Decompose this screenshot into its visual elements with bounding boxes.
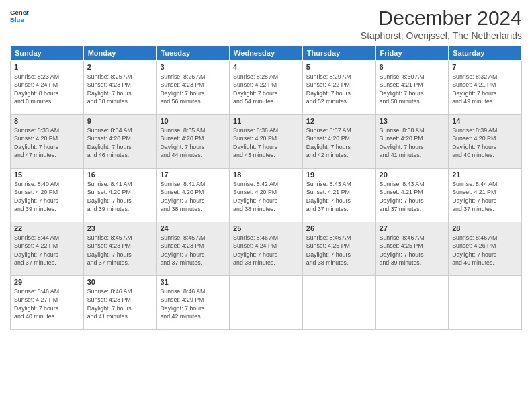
calendar-cell: 3Sunrise: 8:26 AMSunset: 4:23 PMDaylight… bbox=[157, 61, 230, 115]
day-info: Sunrise: 8:29 AMSunset: 4:22 PMDaylight:… bbox=[306, 73, 372, 105]
sunrise-label: Sunrise: 8:43 AM bbox=[306, 181, 351, 187]
daylight-label: Daylight: 7 hours bbox=[160, 90, 204, 97]
daylight-minutes: and 38 minutes. bbox=[233, 259, 275, 266]
sunset-label: Sunset: 4:20 PM bbox=[160, 189, 204, 195]
day-info: Sunrise: 8:37 AMSunset: 4:20 PMDaylight:… bbox=[306, 126, 372, 159]
col-header-wednesday: Wednesday bbox=[230, 46, 303, 61]
daylight-label: Daylight: 7 hours bbox=[14, 144, 58, 150]
day-number: 27 bbox=[380, 224, 445, 232]
calendar-cell: 10Sunrise: 8:35 AMSunset: 4:20 PMDayligh… bbox=[157, 115, 230, 169]
calendar-cell: 7Sunrise: 8:32 AMSunset: 4:21 PMDaylight… bbox=[449, 61, 522, 115]
sunrise-label: Sunrise: 8:26 AM bbox=[160, 73, 205, 80]
daylight-label: Daylight: 7 hours bbox=[233, 251, 277, 258]
sunset-label: Sunset: 4:24 PM bbox=[233, 242, 277, 249]
sunset-label: Sunset: 4:25 PM bbox=[306, 242, 350, 249]
daylight-label: Daylight: 7 hours bbox=[87, 90, 132, 97]
daylight-minutes: and 37 minutes. bbox=[380, 205, 422, 212]
daylight-label: Daylight: 7 hours bbox=[160, 197, 204, 204]
daylight-minutes: and 37 minutes. bbox=[87, 259, 130, 266]
daylight-label: Daylight: 7 hours bbox=[87, 197, 132, 204]
sunset-label: Sunset: 4:21 PM bbox=[380, 189, 423, 195]
sunrise-label: Sunrise: 8:37 AM bbox=[306, 127, 351, 134]
day-number: 18 bbox=[233, 171, 299, 179]
day-number: 21 bbox=[452, 171, 518, 179]
day-info: Sunrise: 8:35 AMSunset: 4:20 PMDaylight:… bbox=[160, 126, 226, 159]
calendar-header-row: SundayMondayTuesdayWednesdayThursdayFrid… bbox=[11, 46, 522, 61]
calendar-cell: 18Sunrise: 8:42 AMSunset: 4:20 PMDayligh… bbox=[230, 169, 303, 222]
sunrise-label: Sunrise: 8:32 AM bbox=[452, 73, 497, 80]
calendar-cell: 23Sunrise: 8:45 AMSunset: 4:23 PMDayligh… bbox=[83, 222, 157, 276]
daylight-minutes: and 37 minutes. bbox=[306, 205, 349, 212]
sunset-label: Sunset: 4:21 PM bbox=[380, 81, 423, 88]
daylight-minutes: and 49 minutes. bbox=[452, 98, 494, 105]
day-number: 7 bbox=[452, 63, 518, 71]
sunrise-label: Sunrise: 8:28 AM bbox=[233, 73, 278, 80]
sunset-label: Sunset: 4:20 PM bbox=[160, 135, 204, 142]
daylight-label: Daylight: 7 hours bbox=[452, 144, 496, 150]
daylight-minutes: and 52 minutes. bbox=[306, 98, 349, 105]
day-info: Sunrise: 8:26 AMSunset: 4:23 PMDaylight:… bbox=[160, 73, 226, 105]
day-number: 20 bbox=[380, 171, 445, 179]
calendar-week-row: 22Sunrise: 8:44 AMSunset: 4:22 PMDayligh… bbox=[11, 222, 522, 276]
day-number: 17 bbox=[160, 171, 226, 179]
sunset-label: Sunset: 4:20 PM bbox=[87, 189, 131, 195]
calendar-cell: 21Sunrise: 8:44 AMSunset: 4:21 PMDayligh… bbox=[449, 169, 522, 222]
col-header-sunday: Sunday bbox=[11, 46, 84, 61]
calendar-cell: 2Sunrise: 8:25 AMSunset: 4:23 PMDaylight… bbox=[83, 61, 157, 115]
daylight-minutes: and 54 minutes. bbox=[233, 98, 275, 105]
daylight-minutes: and 41 minutes. bbox=[87, 313, 130, 320]
daylight-label: Daylight: 7 hours bbox=[233, 144, 277, 150]
day-number: 12 bbox=[306, 117, 372, 125]
sunrise-label: Sunrise: 8:45 AM bbox=[87, 234, 132, 241]
logo: General Blue bbox=[10, 7, 29, 26]
day-number: 31 bbox=[160, 278, 226, 286]
daylight-label: Daylight: 7 hours bbox=[14, 305, 58, 312]
daylight-minutes: and 38 minutes. bbox=[233, 205, 275, 212]
day-number: 16 bbox=[87, 171, 153, 179]
daylight-label: Daylight: 7 hours bbox=[87, 305, 132, 312]
calendar-cell: 31Sunrise: 8:46 AMSunset: 4:29 PMDayligh… bbox=[157, 276, 230, 330]
daylight-label: Daylight: 7 hours bbox=[306, 144, 351, 150]
day-info: Sunrise: 8:28 AMSunset: 4:22 PMDaylight:… bbox=[233, 73, 299, 105]
day-info: Sunrise: 8:25 AMSunset: 4:23 PMDaylight:… bbox=[87, 73, 153, 105]
daylight-minutes: and 38 minutes. bbox=[160, 205, 202, 212]
subtitle: Staphorst, Overijssel, The Netherlands bbox=[361, 30, 522, 41]
calendar-cell bbox=[230, 276, 303, 330]
calendar-cell: 16Sunrise: 8:41 AMSunset: 4:20 PMDayligh… bbox=[83, 169, 157, 222]
logo-icon: General Blue bbox=[10, 7, 29, 26]
day-number: 1 bbox=[14, 63, 80, 71]
calendar-week-row: 29Sunrise: 8:46 AMSunset: 4:27 PMDayligh… bbox=[11, 276, 522, 330]
sunset-label: Sunset: 4:21 PM bbox=[306, 189, 350, 195]
daylight-label: Daylight: 7 hours bbox=[380, 90, 424, 97]
day-info: Sunrise: 8:30 AMSunset: 4:21 PMDaylight:… bbox=[380, 73, 445, 105]
day-number: 28 bbox=[452, 224, 518, 232]
daylight-label: Daylight: 7 hours bbox=[160, 305, 204, 312]
sunset-label: Sunset: 4:27 PM bbox=[14, 296, 58, 303]
calendar-cell: 11Sunrise: 8:36 AMSunset: 4:20 PMDayligh… bbox=[230, 115, 303, 169]
sunrise-label: Sunrise: 8:35 AM bbox=[160, 127, 205, 134]
day-info: Sunrise: 8:46 AMSunset: 4:24 PMDaylight:… bbox=[233, 234, 299, 267]
col-header-monday: Monday bbox=[83, 46, 157, 61]
calendar-cell: 24Sunrise: 8:45 AMSunset: 4:23 PMDayligh… bbox=[157, 222, 230, 276]
day-number: 22 bbox=[14, 224, 80, 232]
day-number: 25 bbox=[233, 224, 299, 232]
sunrise-label: Sunrise: 8:44 AM bbox=[452, 181, 497, 187]
day-number: 3 bbox=[160, 63, 226, 71]
sunset-label: Sunset: 4:20 PM bbox=[87, 135, 131, 142]
daylight-label: Daylight: 7 hours bbox=[452, 197, 496, 204]
calendar-cell: 13Sunrise: 8:38 AMSunset: 4:20 PMDayligh… bbox=[375, 115, 449, 169]
day-number: 30 bbox=[87, 278, 153, 286]
day-info: Sunrise: 8:44 AMSunset: 4:22 PMDaylight:… bbox=[14, 234, 80, 267]
daylight-minutes: and 38 minutes. bbox=[306, 259, 349, 266]
day-info: Sunrise: 8:46 AMSunset: 4:27 PMDaylight:… bbox=[14, 287, 80, 320]
calendar-cell: 30Sunrise: 8:46 AMSunset: 4:28 PMDayligh… bbox=[83, 276, 157, 330]
sunset-label: Sunset: 4:26 PM bbox=[452, 242, 496, 249]
day-number: 23 bbox=[87, 224, 153, 232]
day-number: 26 bbox=[306, 224, 372, 232]
day-info: Sunrise: 8:38 AMSunset: 4:20 PMDaylight:… bbox=[380, 126, 445, 159]
daylight-label: Daylight: 7 hours bbox=[306, 90, 351, 97]
calendar-cell: 1Sunrise: 8:23 AMSunset: 4:24 PMDaylight… bbox=[11, 61, 84, 115]
sunrise-label: Sunrise: 8:46 AM bbox=[160, 288, 205, 295]
sunrise-label: Sunrise: 8:42 AM bbox=[233, 181, 278, 187]
sunset-label: Sunset: 4:20 PM bbox=[233, 189, 277, 195]
